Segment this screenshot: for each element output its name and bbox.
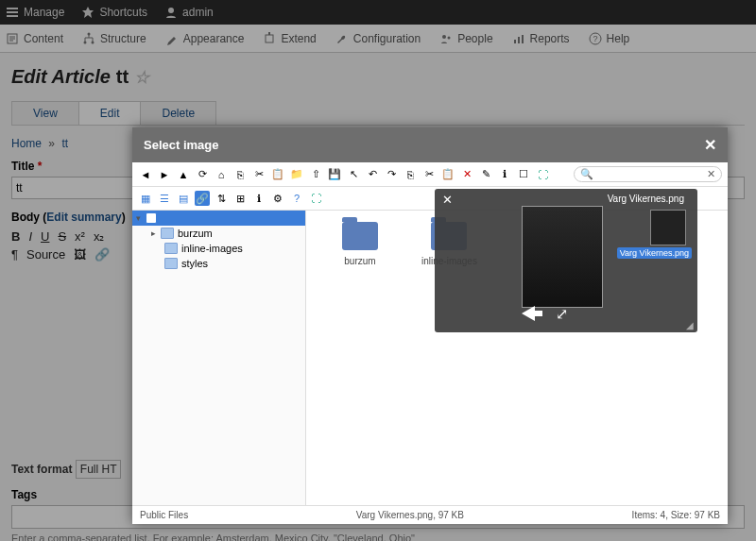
paste-icon[interactable]: 📋 bbox=[270, 167, 285, 182]
refresh-icon[interactable]: ⟳ bbox=[195, 167, 210, 182]
drive-icon bbox=[146, 212, 157, 224]
back-icon[interactable]: ◄ bbox=[138, 167, 153, 182]
forward-icon[interactable]: ► bbox=[157, 167, 172, 182]
upload-icon[interactable]: ⇧ bbox=[308, 167, 323, 182]
delete-icon[interactable]: ✕ bbox=[459, 167, 474, 182]
sort-icon[interactable]: ⇅ bbox=[214, 191, 229, 206]
tree-item-label: styles bbox=[181, 258, 208, 269]
view-compact-icon[interactable]: ▤ bbox=[176, 191, 191, 206]
copy-icon[interactable]: ⎘ bbox=[232, 167, 248, 182]
save-icon[interactable]: 💾 bbox=[327, 167, 342, 182]
up-icon[interactable]: ▲ bbox=[176, 167, 191, 182]
status-left: Public Files bbox=[140, 510, 188, 520]
dialog-title: Select image bbox=[144, 138, 219, 152]
image-preview-popup: ✕ Varg Vikernes.png Varg Vikernes.png ⤢ … bbox=[435, 189, 697, 332]
preview-close-button[interactable]: ✕ bbox=[442, 193, 453, 207]
cut-icon[interactable]: ✂ bbox=[251, 167, 266, 182]
undo-icon[interactable]: ↶ bbox=[365, 167, 380, 182]
view-icons-icon[interactable]: ▦ bbox=[138, 191, 153, 206]
resize-handle-icon[interactable]: ◢ bbox=[686, 320, 694, 330]
fullscreen-icon[interactable]: ⛶ bbox=[535, 167, 550, 182]
preview-thumb-label: Varg Vikernes.png bbox=[617, 247, 692, 259]
folder-burzum[interactable]: burzum bbox=[318, 222, 403, 266]
tree-item-inline-images[interactable]: inline-images bbox=[132, 241, 305, 256]
dialog-close-button[interactable]: ✕ bbox=[704, 136, 716, 154]
folder-icon bbox=[164, 258, 178, 269]
help2-icon[interactable]: ? bbox=[289, 191, 304, 206]
redo-icon[interactable]: ↷ bbox=[384, 167, 399, 182]
folder-tree: ▾ ▸ burzum inline-images styles bbox=[132, 211, 306, 505]
expand-icon[interactable]: ⛶ bbox=[308, 191, 323, 206]
tree-item-burzum[interactable]: ▸ burzum bbox=[132, 226, 305, 241]
tree-item-styles[interactable]: styles bbox=[132, 256, 305, 271]
expand-preview-icon[interactable]: ⤢ bbox=[556, 305, 568, 323]
select-icon[interactable]: ↖ bbox=[346, 167, 361, 182]
preview-thumbnail-small[interactable] bbox=[650, 210, 686, 245]
expand-tri-icon[interactable]: ▾ bbox=[136, 213, 144, 223]
tree-item-label: inline-images bbox=[181, 243, 243, 254]
newfolder-icon[interactable]: 📁 bbox=[289, 167, 304, 182]
settings-icon[interactable]: ⚙ bbox=[270, 191, 285, 206]
status-center: Varg Vikernes.png, 97 KB bbox=[356, 510, 464, 520]
folder-icon bbox=[164, 243, 178, 254]
copyfile-icon[interactable]: ⎘ bbox=[403, 167, 418, 182]
file-search-input[interactable] bbox=[593, 169, 707, 180]
preview-thumbnail[interactable] bbox=[522, 206, 603, 308]
folder-label: burzum bbox=[344, 256, 375, 266]
pastefile-icon[interactable]: 📋 bbox=[440, 167, 455, 182]
file-browser-statusbar: Public Files Varg Vikernes.png, 97 KB It… bbox=[132, 505, 728, 524]
file-search[interactable]: 🔍 ✕ bbox=[574, 166, 722, 182]
expand-tri-icon[interactable]: ▸ bbox=[151, 228, 159, 238]
view-list-icon[interactable]: ☰ bbox=[157, 191, 172, 206]
tree-item-label: burzum bbox=[178, 228, 213, 239]
rename-icon[interactable]: ✎ bbox=[478, 167, 493, 182]
tree-root[interactable]: ▾ bbox=[132, 211, 305, 226]
search-icon: 🔍 bbox=[580, 168, 593, 180]
tree-icon[interactable]: ⊞ bbox=[232, 191, 248, 206]
prev-image-icon[interactable] bbox=[522, 306, 535, 321]
status-right: Items: 4, Size: 97 KB bbox=[632, 510, 720, 520]
dialog-header: Select image ✕ bbox=[132, 127, 728, 162]
file-browser-toolbar: ◄ ► ▲ ⟳ ⌂ ⎘ ✂ 📋 📁 ⇧ 💾 ↖ ↶ ↷ ⎘ ✂ 📋 ✕ ✎ ℹ … bbox=[132, 162, 728, 187]
folder-icon bbox=[161, 228, 174, 239]
home-icon[interactable]: ⌂ bbox=[214, 167, 229, 182]
view-preview-icon[interactable]: 🔗 bbox=[195, 191, 210, 206]
preview-filename: Varg Vikernes.png bbox=[608, 194, 684, 204]
clear-search-icon[interactable]: ✕ bbox=[707, 168, 715, 180]
cutfile-icon[interactable]: ✂ bbox=[421, 167, 437, 182]
folder-icon bbox=[342, 222, 378, 250]
props-icon[interactable]: ℹ bbox=[497, 167, 512, 182]
selectall-icon[interactable]: ☐ bbox=[516, 167, 531, 182]
info-icon[interactable]: ℹ bbox=[251, 191, 266, 206]
